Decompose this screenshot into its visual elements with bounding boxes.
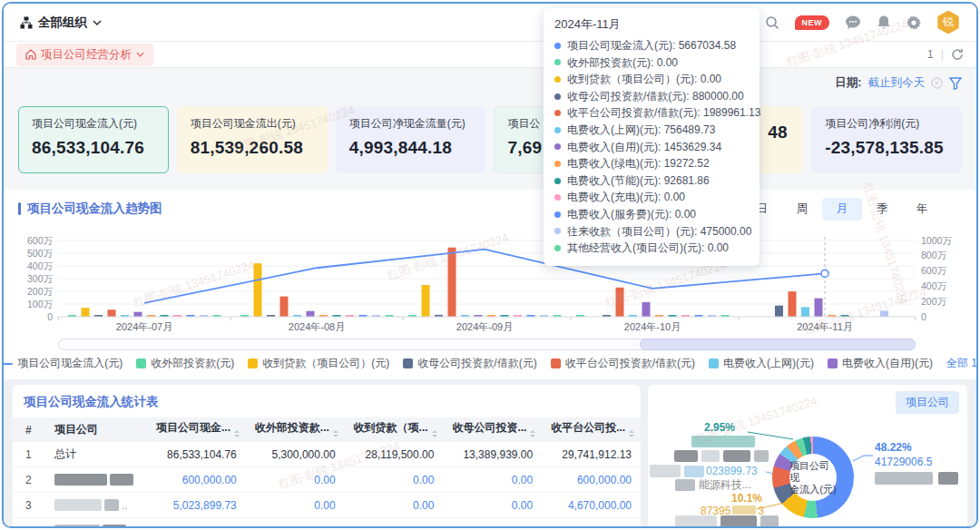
bottom-section: 项目公司现金流入统计表 #项目公司项目公司现金...收外部投资款...收到贷款（… xyxy=(4,379,976,526)
legend-show-all-link[interactable]: 全部 13 xyxy=(946,356,978,371)
svg-text:1000万: 1000万 xyxy=(921,235,952,246)
company-name: 总计 xyxy=(45,447,147,462)
donut-center-label: 项目公司现 金流入(元) xyxy=(789,454,837,501)
datazoom-slider[interactable] xyxy=(58,339,916,350)
table-cell-value: 4,670,000.00 xyxy=(542,499,641,512)
legend-swatch xyxy=(403,358,413,368)
redacted-name xyxy=(675,479,695,491)
kpi-card-2[interactable]: 项目公司现金流出(元)81,539,260.58 xyxy=(177,106,328,173)
new-badge[interactable]: NEW xyxy=(795,15,830,30)
legend-item[interactable]: 电费收入(上网)(元) xyxy=(709,356,814,371)
redacted-value-prefix xyxy=(684,466,704,477)
project-company-badge[interactable]: 项目公司 xyxy=(896,391,959,414)
sort-icon[interactable] xyxy=(333,427,338,440)
bell-icon[interactable] xyxy=(877,15,891,30)
table-cell-value: 0.00 xyxy=(345,525,444,529)
date-filter[interactable]: 日期: 截止到今天 xyxy=(835,75,962,91)
kpi-title: 项目公司现金流入(元) xyxy=(32,116,155,132)
tooltip-item: 收母公司投资款/借款(元): 880000.00 xyxy=(554,88,749,105)
table-header-4[interactable]: 收到贷款（项... xyxy=(345,420,444,440)
legend-item[interactable]: 项目公司现金流入(元) xyxy=(2,356,122,371)
cash-inflow-table: #项目公司项目公司现金...收外部投资款...收到贷款（项...收母公司投资..… xyxy=(13,417,641,528)
series-color-dot xyxy=(554,43,561,49)
messages-icon[interactable] xyxy=(845,15,861,30)
legend-item[interactable]: 电费收入(自用)(元) xyxy=(828,356,933,371)
period-tab-季[interactable]: 季 xyxy=(862,198,902,221)
tooltip-item: 其他经营收入(项目公司)(元): 0.00 xyxy=(554,240,749,257)
table-row-2: 2600,000.000.000.000.00600,000.00 xyxy=(13,467,641,493)
kpi-value: 4,993,844.18 xyxy=(349,138,473,158)
kpi-value: 81,539,260.58 xyxy=(191,138,314,158)
tooltip-item: 收平台公司投资款/借款(元): 1989961.13 xyxy=(554,104,749,122)
legend-swatch xyxy=(709,358,719,368)
trend-chart[interactable]: 0100万200万300万400万500万600万0200万400万600万80… xyxy=(11,231,969,349)
date-filter-value[interactable]: 截止到今天 xyxy=(868,75,926,91)
sort-icon[interactable] xyxy=(629,427,634,440)
avatar[interactable]: 锐 xyxy=(936,11,960,34)
trend-section-title: 项目公司现金流入趋势图 xyxy=(18,201,162,217)
series-color-dot xyxy=(554,228,561,234)
redacted-name xyxy=(875,472,933,485)
tab-project-analysis[interactable]: 项目公司经营分析 xyxy=(16,44,153,66)
redacted-name xyxy=(674,450,698,462)
tab-label: 项目公司经营分析 xyxy=(41,47,132,63)
table-cell-value: 0.00 xyxy=(246,499,345,512)
legend-item[interactable]: 收平台公司投资款/借款(元) xyxy=(551,356,695,371)
tooltip-item: 电费收入(绿电)(元): 19272.52 xyxy=(554,155,749,172)
table-cell-value: 5,300,000.00 xyxy=(246,448,345,461)
chevron-down-icon xyxy=(93,20,102,25)
series-color-dot xyxy=(554,93,561,100)
legend-item[interactable]: 收母公司投资款/借款(元) xyxy=(403,356,536,371)
clear-filter-icon[interactable] xyxy=(931,77,943,89)
callout-yellow-pct: 10.1% xyxy=(731,492,762,505)
row-index: 2 xyxy=(13,474,45,486)
legend-swatch xyxy=(551,358,561,368)
table-cell-value: 5,023,899.73 xyxy=(147,499,246,512)
table-header-2[interactable]: 项目公司现金... xyxy=(147,420,246,440)
home-icon xyxy=(25,49,36,60)
row-index: 4 xyxy=(13,525,45,529)
svg-text:2024年-09月: 2024年-09月 xyxy=(456,321,513,332)
gear-icon[interactable] xyxy=(906,15,921,30)
tooltip-item: 电费收入(充电)(元): 0.00 xyxy=(554,189,749,206)
funnel-filter-icon[interactable] xyxy=(949,77,962,90)
table-cell-value: 600,000.00 xyxy=(542,474,641,486)
table-cell-value: 86,533,104.76 xyxy=(147,448,246,461)
org-selector[interactable]: 全部组织 xyxy=(20,15,102,31)
svg-text:400万: 400万 xyxy=(921,280,947,291)
sort-icon[interactable] xyxy=(530,427,535,440)
svg-text:0: 0 xyxy=(921,311,926,322)
tooltip-item: 电费收入(上网)(元): 756489.73 xyxy=(554,122,749,139)
refresh-icon[interactable] xyxy=(951,48,964,61)
kpi-card-3[interactable]: 项目公司净现金流量(元)4,993,844.18 xyxy=(336,106,486,173)
sort-icon[interactable] xyxy=(432,427,437,440)
period-tab-年[interactable]: 年 xyxy=(902,198,942,221)
donut-chart[interactable]: 项目公司现 金流入(元) xyxy=(772,437,854,518)
redacted-name xyxy=(720,515,757,527)
redacted-name xyxy=(938,472,958,485)
table-header-5[interactable]: 收母公司投资... xyxy=(443,420,542,440)
datazoom-selection[interactable] xyxy=(640,339,916,350)
kpi-card-6[interactable]: 项目公司净利润(元)-23,578,135.85 xyxy=(811,106,962,173)
tooltip-title: 2024年-11月 xyxy=(554,16,749,33)
trend-panel: 项目公司现金流入趋势图 日周月季年 0100万200万300万400万500万6… xyxy=(4,190,976,379)
legend-item[interactable]: 收外部投资款(元) xyxy=(136,356,234,371)
table-header-3[interactable]: 收外部投资款... xyxy=(246,420,345,440)
series-color-dot xyxy=(554,76,561,83)
sort-icon[interactable] xyxy=(234,427,240,440)
period-tab-月[interactable]: 月 xyxy=(822,198,862,221)
legend-item[interactable]: 收到贷款（项目公司）(元) xyxy=(248,356,389,371)
table-header-6[interactable]: 收平台公司投... xyxy=(542,420,641,440)
kpi-card-1[interactable]: 项目公司现金流入(元)86,533,104.76 xyxy=(18,106,169,173)
redacted-name xyxy=(760,515,779,527)
period-tab-周[interactable]: 周 xyxy=(782,198,822,221)
table-cell-value: 0.00 xyxy=(443,525,542,529)
kpi-title: 项目公司现金流出(元) xyxy=(191,116,314,132)
table-cell-value: 13,389,939.00 xyxy=(443,448,542,461)
search-icon[interactable] xyxy=(765,15,779,30)
svg-text:300万: 300万 xyxy=(27,273,54,284)
kpi-value: 86,533,104.76 xyxy=(32,138,155,158)
series-color-dot xyxy=(554,127,561,133)
chevron-down-icon xyxy=(136,52,144,57)
trend-title-text: 项目公司现金流入趋势图 xyxy=(27,201,162,217)
